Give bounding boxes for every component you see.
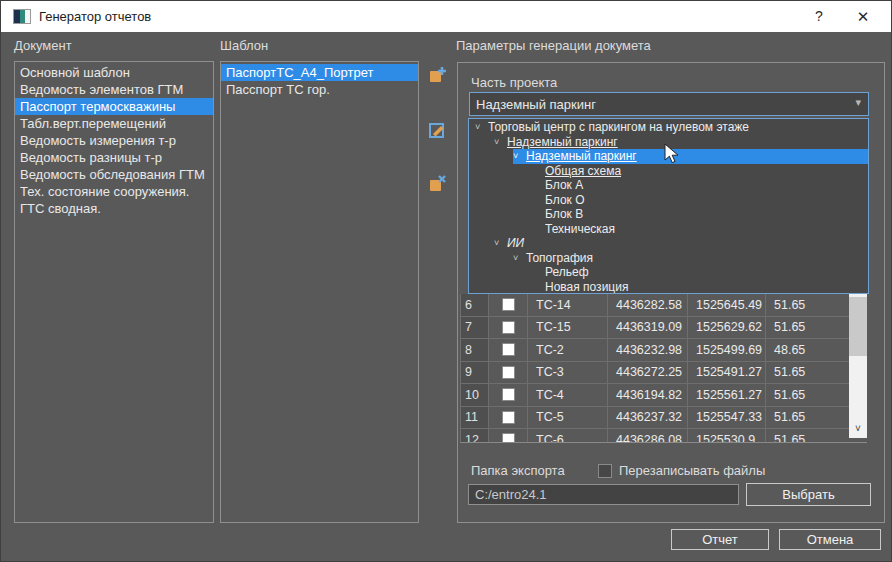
row-checkbox[interactable] bbox=[502, 366, 515, 379]
scrollbar-thumb[interactable] bbox=[849, 297, 867, 356]
document-item[interactable]: Ведомость разницы т-р bbox=[15, 149, 213, 166]
cell-z: 51.65 bbox=[766, 429, 850, 443]
delete-template-button[interactable] bbox=[427, 173, 449, 195]
browse-button[interactable]: Выбрать bbox=[746, 483, 871, 506]
row-checkbox[interactable] bbox=[502, 388, 515, 401]
table-row: 11ТС-54436237.321525547.3351.65 bbox=[461, 407, 867, 430]
tree-item[interactable]: ˅Блок О bbox=[469, 193, 868, 208]
tree-item-label: Топография bbox=[526, 251, 593, 265]
cell-z: 51.65 bbox=[766, 362, 850, 385]
chevron-down-icon: ˅ bbox=[494, 238, 507, 248]
add-template-button[interactable] bbox=[427, 64, 449, 86]
tree-item[interactable]: ˅Топография bbox=[469, 251, 868, 266]
cell-x: 4436282.58 bbox=[608, 294, 688, 317]
row-number: 12 bbox=[461, 429, 489, 443]
tree-item-body: ˅ИИ bbox=[494, 236, 868, 251]
chevron-down-icon: ▾ bbox=[855, 96, 861, 109]
project-part-label: Часть проекта bbox=[471, 75, 557, 91]
row-number: 10 bbox=[461, 384, 489, 407]
tree-item[interactable]: ˅Новая позиция bbox=[469, 280, 868, 295]
row-checkbox[interactable] bbox=[502, 321, 515, 334]
edit-template-button[interactable] bbox=[427, 119, 449, 141]
table-row: 6ТС-144436282.581525645.4951.65 bbox=[461, 294, 867, 317]
report-button[interactable]: Отчет bbox=[671, 529, 769, 550]
overwrite-checkbox[interactable] bbox=[598, 464, 612, 478]
tree-item[interactable]: ˅Общая схема bbox=[469, 164, 868, 179]
cell-name: ТС-2 bbox=[528, 339, 608, 362]
document-delete-icon bbox=[428, 174, 448, 194]
document-list: Основной шаблонВедомость элементов ГТМПа… bbox=[14, 61, 214, 523]
cell-x: 4436286.08 bbox=[608, 429, 688, 443]
tree-item[interactable]: ˅Блок А bbox=[469, 178, 868, 193]
export-path-input[interactable] bbox=[468, 484, 739, 505]
chevron-down-icon: ˅ bbox=[494, 137, 507, 147]
mouse-cursor bbox=[664, 143, 684, 165]
row-checkbox[interactable] bbox=[502, 298, 515, 311]
tree-indent bbox=[469, 193, 532, 208]
tree-item[interactable]: ˅Блок В bbox=[469, 207, 868, 222]
cell-name: ТС-14 bbox=[528, 294, 608, 317]
scroll-down-icon[interactable]: ˅ bbox=[849, 421, 867, 437]
document-item[interactable]: Табл.верт.перемещений bbox=[15, 115, 213, 132]
row-number: 7 bbox=[461, 317, 489, 340]
tree-indent bbox=[469, 178, 532, 193]
document-item[interactable]: Ведомость обследования ГТМ bbox=[15, 166, 213, 183]
project-part-combobox[interactable]: Надземный паркинг ▾ bbox=[469, 92, 869, 116]
template-panel-label: Шаблон bbox=[220, 38, 268, 54]
help-button[interactable]: ? bbox=[803, 1, 835, 32]
row-checkbox[interactable] bbox=[502, 433, 515, 443]
window-title: Генератор отчетов bbox=[39, 1, 151, 32]
cell-y: 1525499.69 bbox=[688, 339, 766, 362]
close-button[interactable]: ✕ bbox=[845, 1, 881, 32]
document-item[interactable]: Тех. состояние сооружения. bbox=[15, 183, 213, 200]
tree-item[interactable]: ˅Торговый центр с паркингом на нулевом э… bbox=[469, 120, 868, 135]
tree-item-body: ˅Блок В bbox=[532, 207, 868, 222]
document-item[interactable]: Ведомость элементов ГТМ bbox=[15, 81, 213, 98]
row-number: 8 bbox=[461, 339, 489, 362]
tree-indent bbox=[469, 164, 532, 179]
table-scrollbar[interactable]: ˅ bbox=[849, 294, 867, 438]
cell-x: 4436194.82 bbox=[608, 384, 688, 407]
tree-item-label: Надземный паркинг bbox=[507, 135, 618, 149]
document-panel-label: Документ bbox=[14, 38, 72, 54]
document-item[interactable]: Основной шаблон bbox=[15, 64, 213, 81]
tree-item[interactable]: ˅ИИ bbox=[469, 236, 868, 251]
table-row: 7ТС-154436319.091525629.6251.65 bbox=[461, 317, 867, 340]
tree-item[interactable]: ˅Техническая bbox=[469, 222, 868, 237]
row-checkbox[interactable] bbox=[502, 411, 515, 424]
tree-item[interactable]: ˅Рельеф bbox=[469, 265, 868, 280]
cell-z: 51.65 bbox=[766, 407, 850, 430]
tree-indent bbox=[469, 207, 532, 222]
cell-x: 4436232.98 bbox=[608, 339, 688, 362]
document-item[interactable]: Ведомость измерения т-р bbox=[15, 132, 213, 149]
cell-z: 51.65 bbox=[766, 317, 850, 340]
template-item[interactable]: ПаспортТС_А4_Портрет bbox=[221, 64, 418, 81]
cell-y: 1525629.62 bbox=[688, 317, 766, 340]
document-item[interactable]: Пасспорт термоскважины bbox=[15, 98, 213, 115]
cell-z: 51.65 bbox=[766, 294, 850, 317]
table-row: 8ТС-24436232.981525499.6948.65 bbox=[461, 339, 867, 362]
table-row: 12ТС-64436286.081525530.951.65 bbox=[461, 429, 867, 443]
tree-item-body: ˅Техническая bbox=[532, 222, 868, 237]
cell-y: 1525491.27 bbox=[688, 362, 766, 385]
row-number: 11 bbox=[461, 407, 489, 430]
template-item[interactable]: Пасспорт ТС гор. bbox=[221, 81, 418, 98]
checkbox-cell bbox=[489, 407, 528, 430]
cell-x: 4436272.25 bbox=[608, 362, 688, 385]
cancel-button[interactable]: Отмена bbox=[779, 529, 881, 550]
checkbox-cell bbox=[489, 339, 528, 362]
titlebar: Генератор отчетов ? ✕ bbox=[1, 1, 891, 32]
tree-item-body: ˅Новая позиция bbox=[532, 280, 868, 295]
checkbox-cell bbox=[489, 294, 528, 317]
tree-indent bbox=[469, 236, 494, 251]
cell-name: ТС-4 bbox=[528, 384, 608, 407]
row-number: 9 bbox=[461, 362, 489, 385]
cell-y: 1525561.27 bbox=[688, 384, 766, 407]
template-list: ПаспортТС_А4_ПортретПасспорт ТС гор. bbox=[220, 61, 419, 523]
cell-name: ТС-6 bbox=[528, 429, 608, 443]
row-checkbox[interactable] bbox=[502, 343, 515, 356]
document-item[interactable]: ГТС сводная. bbox=[15, 200, 213, 217]
cell-y: 1525530.9 bbox=[688, 429, 766, 443]
cell-x: 4436237.32 bbox=[608, 407, 688, 430]
checkbox-cell bbox=[489, 362, 528, 385]
